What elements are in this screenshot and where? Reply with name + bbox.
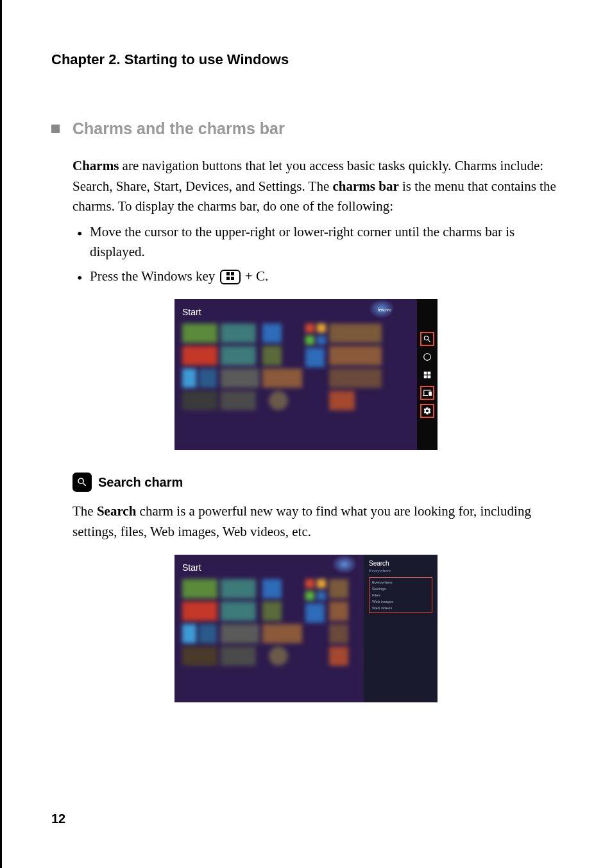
tile <box>305 591 314 600</box>
tile <box>182 647 217 666</box>
body-post: charm is a powerful new way to find what… <box>72 503 531 539</box>
start-screen-2: Start <box>174 555 364 702</box>
svg-rect-3 <box>428 375 431 378</box>
tile <box>305 603 325 623</box>
search-option: Files <box>372 593 429 597</box>
tile <box>221 391 256 410</box>
search-charm-box-icon <box>72 473 92 492</box>
body-bold: Search <box>97 503 136 519</box>
search-charm-icon <box>421 333 433 345</box>
devices-charm-icon <box>421 387 433 399</box>
page-number: 12 <box>51 812 65 826</box>
tile <box>262 624 302 643</box>
charms-term: Charms <box>72 158 119 173</box>
section-bullet-icon <box>51 125 60 133</box>
tile <box>329 647 348 666</box>
search-option: Web images <box>372 600 429 603</box>
charms-sidebar <box>417 299 438 450</box>
body-pre: The <box>72 503 97 519</box>
svg-rect-0 <box>424 371 427 374</box>
tile <box>262 602 282 621</box>
tile <box>329 624 348 643</box>
tile <box>317 579 326 588</box>
tile <box>221 647 256 666</box>
start-charm-icon <box>421 369 433 381</box>
settings-charm-icon <box>421 405 433 417</box>
tile <box>182 369 196 388</box>
search-panel-sub: Everywhere <box>369 568 432 573</box>
tile <box>305 324 314 333</box>
tile <box>182 579 217 598</box>
tile <box>199 369 217 388</box>
svg-rect-2 <box>424 375 427 378</box>
tile <box>221 624 259 643</box>
bullet-item-2: Press the Windows key + C. <box>77 266 561 287</box>
tile <box>262 324 282 343</box>
tile <box>329 391 355 410</box>
bird-decoration <box>332 555 357 574</box>
search-option: Web videos <box>372 606 429 610</box>
tile <box>329 602 348 621</box>
tile <box>182 391 217 410</box>
search-panel-title: Search <box>369 560 432 567</box>
tile <box>221 579 256 598</box>
tile <box>182 324 217 343</box>
tile <box>221 324 256 343</box>
tile <box>221 346 256 365</box>
tile <box>317 591 326 600</box>
subsection-header: Search charm <box>72 473 561 492</box>
search-charm-screenshot: Start <box>174 555 438 702</box>
tile <box>269 391 288 410</box>
search-charm-description: The Search charm is a powerful new way t… <box>72 501 561 542</box>
tile <box>262 579 282 598</box>
tile <box>182 624 196 643</box>
tile <box>199 624 217 643</box>
tiles-area <box>182 324 409 410</box>
bullet-2-pre: Press the Windows key <box>90 268 219 284</box>
tile <box>182 602 217 621</box>
bullet-item-1: Move the cursor to the upper-right or lo… <box>77 222 561 263</box>
tile <box>221 369 259 388</box>
bullet-1-text: Move the cursor to the upper-right or lo… <box>90 224 514 260</box>
tile <box>269 647 288 666</box>
svg-rect-1 <box>428 371 431 374</box>
user-label: lenovo <box>377 307 391 313</box>
share-charm-icon <box>421 351 433 363</box>
search-option: Settings <box>372 587 429 591</box>
search-panel: Search Everywhere Everywhere Settings Fi… <box>364 555 438 702</box>
tile <box>329 369 382 388</box>
intro-paragraph: Charms are navigation buttons that let y… <box>72 156 561 217</box>
bullet-2-post: + C. <box>245 268 268 284</box>
charms-bar-term: charms bar <box>333 178 399 194</box>
tile <box>329 324 382 343</box>
tile <box>317 324 326 333</box>
search-option: Everywhere <box>372 580 429 584</box>
tile <box>329 579 348 598</box>
charms-bar-screenshot: Start lenovo <box>174 299 438 450</box>
start-screen: Start lenovo <box>174 299 417 450</box>
tile <box>221 602 256 621</box>
search-dropdown: Everywhere Settings Files Web images Web… <box>369 577 432 613</box>
tile <box>182 346 217 365</box>
windows-key-icon <box>220 270 241 284</box>
section-title: Charms and the charms bar <box>72 119 285 138</box>
tile <box>262 346 282 365</box>
start-label-2: Start <box>182 562 356 573</box>
tile <box>305 348 325 367</box>
subsection-title: Search charm <box>98 475 183 490</box>
tile <box>305 579 314 588</box>
tile <box>317 336 326 345</box>
tile <box>305 336 314 345</box>
chapter-title: Chapter 2. Starting to use Windows <box>51 51 561 68</box>
section-header: Charms and the charms bar <box>51 119 561 138</box>
tile <box>262 369 302 388</box>
tiles-area-2 <box>182 579 356 666</box>
tile <box>329 346 382 365</box>
